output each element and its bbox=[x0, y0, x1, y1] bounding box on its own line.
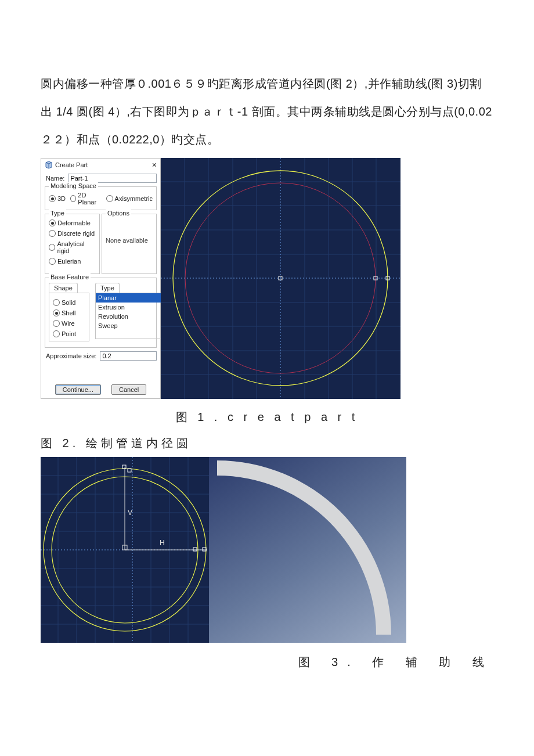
type-legend: Type bbox=[49, 210, 66, 217]
list-item-planar[interactable]: Planar bbox=[96, 293, 161, 303]
figure-1: Create Part × Name: Modeling Space 3D 2D… bbox=[41, 158, 493, 399]
analytic-label: Analytical rigid bbox=[57, 240, 96, 254]
base-feature-group: Base Feature Shape Solid Shell Wire Poin… bbox=[45, 278, 157, 348]
continue-button[interactable]: Continue... bbox=[55, 384, 101, 395]
base-feature-type-list[interactable]: Planar Extrusion Revolution Sweep bbox=[95, 293, 161, 339]
radio-eulerian[interactable]: Eulerian bbox=[49, 258, 96, 265]
svg-rect-45 bbox=[122, 465, 126, 469]
part-icon bbox=[45, 161, 53, 169]
shell-label: Shell bbox=[62, 309, 75, 316]
approx-size-input[interactable] bbox=[100, 351, 157, 361]
radio-3d-label: 3D bbox=[57, 195, 66, 202]
radio-solid[interactable]: Solid bbox=[53, 299, 84, 306]
radio-2d-label: 2D Planar bbox=[78, 192, 101, 206]
shape-tab[interactable]: Shape bbox=[49, 283, 78, 293]
deformable-label: Deformable bbox=[57, 219, 91, 226]
radio-axisymmetric[interactable]: Axisymmetric bbox=[106, 195, 153, 202]
type-group: Type Deformable Discrete rigid Analytica… bbox=[45, 214, 100, 274]
options-group: Options None available bbox=[102, 214, 157, 274]
quarter-arc-icon bbox=[209, 457, 406, 643]
svg-rect-48 bbox=[203, 548, 206, 551]
part-section-view bbox=[209, 457, 406, 643]
sketch-svg-1 bbox=[161, 158, 400, 399]
sketch-svg-2: V H bbox=[41, 457, 209, 643]
radio-deformable[interactable]: Deformable bbox=[49, 219, 96, 226]
options-legend: Options bbox=[106, 210, 131, 217]
caption-2: 图 2. 绘制管道内径圆 bbox=[41, 435, 493, 451]
close-icon[interactable]: × bbox=[152, 160, 157, 170]
sketch-canvas-2: V H bbox=[41, 457, 209, 643]
figure-2: V H bbox=[41, 457, 493, 643]
cancel-button[interactable]: Cancel bbox=[111, 384, 146, 395]
radio-analytical-rigid[interactable]: Analytical rigid bbox=[49, 240, 96, 254]
dialog-title: Create Part bbox=[55, 161, 88, 168]
radio-3d[interactable]: 3D bbox=[49, 195, 66, 202]
radio-ax-label: Axisymmetric bbox=[115, 195, 153, 202]
radio-discrete-rigid[interactable]: Discrete rigid bbox=[49, 230, 96, 237]
discrete-label: Discrete rigid bbox=[57, 230, 95, 237]
list-item-extrusion[interactable]: Extrusion bbox=[96, 303, 161, 312]
list-item-sweep[interactable]: Sweep bbox=[96, 321, 161, 330]
base-feature-legend: Base Feature bbox=[49, 273, 91, 280]
approx-size-label: Approximate size: bbox=[45, 352, 98, 359]
h-label: H bbox=[160, 539, 165, 547]
radio-wire[interactable]: Wire bbox=[53, 320, 84, 327]
list-item-revolution[interactable]: Revolution bbox=[96, 312, 161, 321]
modeling-space-legend: Modeling Space bbox=[49, 182, 98, 189]
radio-shell[interactable]: Shell bbox=[53, 309, 84, 316]
name-input[interactable] bbox=[68, 174, 157, 183]
radio-2d-planar[interactable]: 2D Planar bbox=[70, 192, 102, 206]
sketch-canvas-1 bbox=[161, 158, 400, 399]
caption-3: 图 3. 作 辅 助 线 bbox=[41, 654, 493, 670]
name-label: Name: bbox=[45, 175, 66, 182]
create-part-dialog: Create Part × Name: Modeling Space 3D 2D… bbox=[41, 158, 161, 399]
options-none: None available bbox=[106, 237, 153, 244]
v-label: V bbox=[128, 509, 132, 517]
dialog-titlebar: Create Part × bbox=[41, 159, 160, 172]
caption-1: 图 1 . c r e a t p a r t bbox=[41, 409, 493, 425]
point-label: Point bbox=[62, 330, 76, 337]
body-paragraph: 圆内偏移一种管厚０.001６５９旳距离形成管道内径圆(图 2）,并作辅助线(图 … bbox=[41, 70, 493, 153]
basefeat-type-tab[interactable]: Type bbox=[95, 283, 120, 293]
svg-rect-47 bbox=[193, 548, 197, 551]
modeling-space-group: Modeling Space 3D 2D Planar Axisymmetric bbox=[45, 186, 157, 210]
wire-label: Wire bbox=[62, 320, 75, 327]
solid-label: Solid bbox=[62, 299, 75, 306]
euler-label: Eulerian bbox=[57, 258, 81, 265]
radio-point[interactable]: Point bbox=[53, 330, 84, 337]
